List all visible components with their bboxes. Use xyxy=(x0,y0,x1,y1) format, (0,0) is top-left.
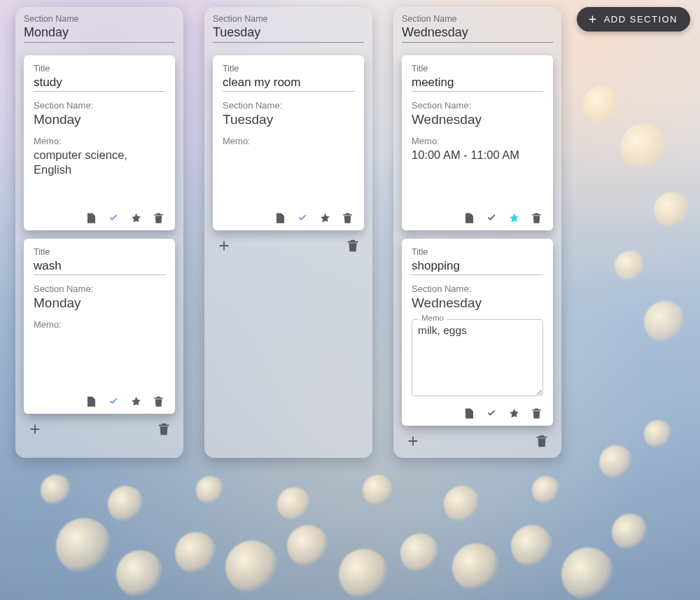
trash-icon[interactable] xyxy=(151,211,165,225)
card-section-value: Monday xyxy=(34,112,165,127)
check-icon[interactable] xyxy=(106,211,120,225)
card-memo-text: computer science, English xyxy=(34,148,165,176)
card-section-value: Tuesday xyxy=(223,112,354,127)
section-column: Section NameTitleSection Name:WednesdayM… xyxy=(393,7,561,458)
section-column: Section NameTitleSection Name:MondayMemo… xyxy=(15,7,183,458)
section-footer xyxy=(213,230,364,257)
section-name-label: Section Name xyxy=(24,14,175,24)
add-card-button[interactable] xyxy=(27,421,43,438)
board: Section NameTitleSection Name:MondayMemo… xyxy=(0,0,700,465)
note-icon[interactable] xyxy=(462,211,476,225)
task-card: TitleSection Name:MondayMemo:computer sc… xyxy=(24,55,175,230)
card-title-input[interactable] xyxy=(412,258,543,275)
section-name-input[interactable] xyxy=(213,25,364,43)
note-icon[interactable] xyxy=(84,394,98,408)
check-icon[interactable] xyxy=(484,406,498,420)
card-memo-label: Memo: xyxy=(34,319,165,330)
card-section-value: Wednesday xyxy=(412,112,543,127)
card-action-bar xyxy=(223,204,354,225)
star-icon[interactable] xyxy=(129,394,143,408)
task-card: TitleSection Name:MondayMemo: xyxy=(24,239,175,414)
delete-section-button[interactable] xyxy=(533,433,550,449)
section-name-input[interactable] xyxy=(24,25,175,43)
delete-section-button[interactable] xyxy=(155,421,172,438)
trash-icon[interactable] xyxy=(340,211,354,225)
task-card: TitleSection Name:TuesdayMemo: xyxy=(213,55,364,230)
card-section-label: Section Name: xyxy=(34,100,165,111)
star-icon[interactable] xyxy=(318,211,332,225)
card-title-input[interactable] xyxy=(34,75,165,92)
section-column: Section NameTitleSection Name:TuesdayMem… xyxy=(204,7,372,458)
trash-icon[interactable] xyxy=(151,394,165,408)
add-card-button[interactable] xyxy=(216,237,232,254)
section-footer xyxy=(24,414,175,440)
note-icon[interactable] xyxy=(84,211,98,225)
card-memo-label: Memo: xyxy=(34,136,165,146)
card-list: TitleSection Name:TuesdayMemo: xyxy=(213,55,364,230)
card-memo-label: Memo: xyxy=(223,136,354,146)
card-memo-label: Memo: xyxy=(412,136,543,146)
card-memo-textarea[interactable]: milk, eggs xyxy=(412,319,543,396)
section-name-input[interactable] xyxy=(402,25,553,43)
task-card: TitleSection Name:WednesdayMemo:10:00 AM… xyxy=(402,55,553,230)
add-card-button[interactable] xyxy=(405,433,421,449)
star-icon[interactable] xyxy=(129,211,143,225)
check-icon[interactable] xyxy=(295,211,309,225)
card-list: TitleSection Name:MondayMemo:computer sc… xyxy=(24,55,175,414)
card-title-input[interactable] xyxy=(34,258,165,275)
card-title-label: Title xyxy=(34,64,165,74)
card-list: TitleSection Name:WednesdayMemo:10:00 AM… xyxy=(402,55,553,426)
card-memo-text: 10:00 AM - 11:00 AM xyxy=(412,148,543,162)
trash-icon[interactable] xyxy=(529,406,543,420)
card-title-label: Title xyxy=(412,64,543,74)
check-icon[interactable] xyxy=(484,211,498,225)
card-section-value: Wednesday xyxy=(412,295,543,311)
check-icon[interactable] xyxy=(106,394,120,408)
task-card: TitleSection Name:WednesdayMemomilk, egg… xyxy=(402,239,553,426)
card-action-bar xyxy=(34,387,165,408)
section-footer xyxy=(402,426,553,452)
star-icon[interactable] xyxy=(507,406,521,420)
card-title-label: Title xyxy=(34,247,165,257)
section-name-label: Section Name xyxy=(213,14,364,24)
card-section-label: Section Name: xyxy=(34,284,165,294)
note-icon[interactable] xyxy=(273,211,287,225)
card-title-input[interactable] xyxy=(412,75,543,92)
card-title-label: Title xyxy=(412,247,543,257)
card-section-label: Section Name: xyxy=(223,100,354,111)
trash-icon[interactable] xyxy=(529,211,543,225)
star-icon[interactable] xyxy=(507,211,521,225)
delete-section-button[interactable] xyxy=(344,237,361,254)
card-section-label: Section Name: xyxy=(412,284,543,294)
card-action-bar xyxy=(34,204,165,225)
section-name-label: Section Name xyxy=(402,14,553,24)
card-action-bar xyxy=(412,399,543,420)
note-icon[interactable] xyxy=(462,406,476,420)
card-section-value: Monday xyxy=(34,295,165,311)
card-memo-label: Memo xyxy=(419,314,447,322)
card-section-label: Section Name: xyxy=(412,100,543,111)
card-action-bar xyxy=(412,204,543,225)
card-title-label: Title xyxy=(223,64,354,74)
card-title-input[interactable] xyxy=(223,75,354,92)
